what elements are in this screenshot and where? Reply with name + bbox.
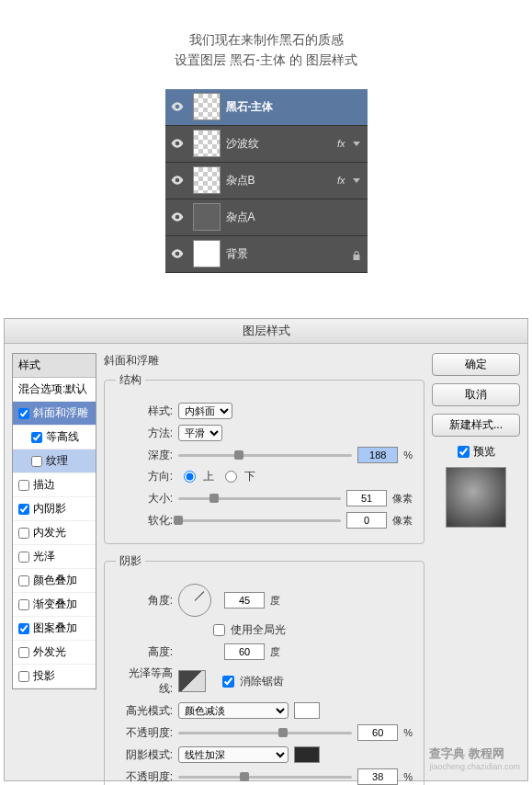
- intro-line1: 我们现在来制作黑石的质感: [0, 29, 532, 50]
- global-light-checkbox[interactable]: [213, 624, 225, 636]
- styles-header[interactable]: 样式: [13, 354, 96, 378]
- style-checkbox[interactable]: [18, 480, 29, 491]
- layers-panel: 黑石-主体沙波纹fx杂点Bfx杂点A背景: [165, 89, 368, 273]
- visibility-icon[interactable]: [171, 100, 184, 113]
- style-item[interactable]: 纹理: [13, 449, 96, 473]
- style-item-label: 斜面和浮雕: [33, 405, 88, 421]
- style-checkbox[interactable]: [18, 408, 29, 419]
- style-item[interactable]: 渐变叠加: [13, 593, 96, 617]
- visibility-icon[interactable]: [171, 174, 184, 187]
- shadow-color-swatch[interactable]: [294, 746, 320, 763]
- style-item[interactable]: 投影: [13, 665, 96, 688]
- depth-slider[interactable]: [178, 449, 352, 461]
- style-item[interactable]: 颜色叠加: [13, 569, 96, 593]
- layer-row[interactable]: 黑石-主体: [165, 89, 368, 126]
- shadow-mode-label: 阴影模式:: [116, 747, 173, 763]
- shadow-opacity-label: 不透明度:: [116, 769, 173, 785]
- style-checkbox[interactable]: [18, 528, 29, 539]
- method-select[interactable]: 平滑: [178, 425, 222, 441]
- right-column: 确定 取消 新建样式... 预览: [432, 353, 520, 528]
- layer-thumbnail[interactable]: [193, 166, 221, 194]
- size-slider[interactable]: [178, 492, 341, 505]
- antialias-checkbox[interactable]: [222, 676, 234, 688]
- dir-up-radio[interactable]: [184, 471, 196, 483]
- style-item[interactable]: 斜面和浮雕: [13, 402, 96, 426]
- preview-thumbnail: [446, 467, 506, 528]
- chevron-down-icon[interactable]: [353, 178, 360, 183]
- shadow-mode-select[interactable]: 线性加深: [178, 746, 289, 763]
- new-style-button[interactable]: 新建样式...: [432, 414, 520, 437]
- style-item[interactable]: 等高线: [13, 426, 96, 449]
- intro-text: 我们现在来制作黑石的质感 设置图层 黑石-主体 的 图层样式: [0, 0, 532, 89]
- depth-input[interactable]: [357, 447, 398, 463]
- structure-group: 结构 样式: 内斜面 方法: 平滑 深度: % 方向: 上: [104, 372, 424, 544]
- angle-dial[interactable]: [178, 584, 211, 617]
- altitude-input[interactable]: [224, 643, 265, 660]
- bevel-title: 斜面和浮雕: [104, 353, 424, 369]
- chevron-down-icon[interactable]: [353, 142, 360, 146]
- highlight-opacity-label: 不透明度:: [116, 725, 173, 741]
- layer-name: 黑石-主体: [226, 99, 362, 115]
- soften-slider[interactable]: [178, 514, 341, 527]
- fx-badge[interactable]: fx: [337, 138, 345, 149]
- style-checkbox[interactable]: [31, 456, 42, 467]
- visibility-icon[interactable]: [171, 247, 184, 260]
- preview-checkbox[interactable]: [458, 446, 470, 458]
- style-checkbox[interactable]: [18, 552, 29, 563]
- style-item[interactable]: 外发光: [13, 641, 96, 665]
- layer-name: 杂点A: [226, 210, 362, 225]
- layer-row[interactable]: 沙波纹fx: [165, 126, 368, 163]
- size-input[interactable]: [346, 490, 387, 506]
- visibility-icon[interactable]: [171, 137, 184, 150]
- style-checkbox[interactable]: [18, 575, 29, 586]
- style-item-label: 光泽: [33, 549, 55, 564]
- altitude-label: 高度:: [116, 644, 173, 660]
- gloss-contour-picker[interactable]: [178, 670, 206, 692]
- style-item-label: 颜色叠加: [33, 573, 77, 588]
- layer-row[interactable]: 杂点A: [165, 199, 368, 236]
- shadow-legend: 阴影: [116, 553, 145, 569]
- highlight-opacity-input[interactable]: [357, 724, 398, 741]
- cancel-button[interactable]: 取消: [432, 383, 520, 406]
- highlight-mode-label: 高光模式:: [116, 703, 173, 719]
- style-item[interactable]: 内发光: [13, 521, 96, 545]
- percent-unit: %: [403, 449, 413, 461]
- style-item[interactable]: 描边: [13, 473, 96, 497]
- style-item[interactable]: 光泽: [13, 545, 96, 569]
- soften-input[interactable]: [346, 512, 387, 529]
- method-label: 方法:: [116, 426, 173, 441]
- ok-button[interactable]: 确定: [432, 353, 520, 376]
- angle-label: 角度:: [116, 593, 173, 609]
- highlight-mode-select[interactable]: 颜色减淡: [178, 702, 289, 719]
- angle-input[interactable]: [224, 592, 265, 609]
- fx-badge[interactable]: fx: [337, 175, 345, 186]
- style-checkbox[interactable]: [18, 599, 29, 610]
- style-item[interactable]: 内阴影: [13, 497, 96, 521]
- style-select[interactable]: 内斜面: [178, 403, 232, 419]
- style-item[interactable]: 图案叠加: [13, 617, 96, 641]
- style-checkbox[interactable]: [18, 504, 29, 515]
- layer-name: 沙波纹: [226, 136, 332, 152]
- style-checkbox[interactable]: [18, 623, 29, 634]
- blend-options-item[interactable]: 混合选项:默认: [13, 378, 96, 402]
- visibility-icon[interactable]: [171, 210, 184, 223]
- layer-thumbnail[interactable]: [193, 203, 221, 231]
- layer-thumbnail[interactable]: [193, 93, 221, 120]
- shadow-opacity-slider[interactable]: [178, 770, 352, 783]
- layer-thumbnail[interactable]: [193, 240, 221, 267]
- style-checkbox[interactable]: [18, 671, 29, 682]
- dir-down-radio[interactable]: [225, 471, 237, 483]
- shadow-opacity-input[interactable]: [357, 768, 398, 785]
- size-label: 大小:: [116, 491, 173, 506]
- intro-line2: 设置图层 黑石-主体 的 图层样式: [0, 50, 532, 70]
- highlight-opacity-slider[interactable]: [178, 726, 352, 739]
- style-item-label: 内发光: [33, 525, 66, 540]
- style-checkbox[interactable]: [18, 647, 29, 658]
- layer-thumbnail[interactable]: [193, 130, 221, 157]
- style-item-label: 投影: [33, 668, 55, 684]
- layer-row[interactable]: 背景: [165, 236, 368, 273]
- style-checkbox[interactable]: [31, 432, 42, 443]
- layer-row[interactable]: 杂点Bfx: [165, 163, 368, 199]
- style-item-label: 外发光: [33, 644, 66, 660]
- highlight-color-swatch[interactable]: [294, 702, 320, 719]
